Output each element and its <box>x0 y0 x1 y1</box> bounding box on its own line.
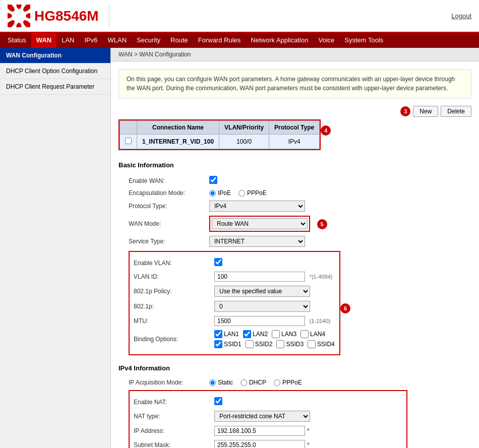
enable-nat-checkbox[interactable] <box>214 397 222 405</box>
nav-security[interactable]: Security <box>132 33 165 48</box>
svg-point-4 <box>16 23 22 27</box>
delete-button[interactable]: Delete <box>441 106 471 117</box>
lan-binding-opts: LAN1 LAN2 LAN3 LAN4 <box>214 330 335 338</box>
nav-lan[interactable]: LAN <box>56 33 79 48</box>
nav-wlan[interactable]: WLAN <box>103 33 132 48</box>
protocol-type-row: Protocol Type: IPv4 <box>129 199 471 214</box>
logout-button[interactable]: Logout <box>451 12 471 20</box>
lan1-option[interactable]: LAN1 <box>214 330 239 338</box>
ssid2-option[interactable]: SSID2 <box>246 340 273 348</box>
ssid4-checkbox[interactable] <box>308 340 316 348</box>
svg-point-3 <box>22 19 30 27</box>
wan-mode-label: WAN Mode: <box>129 220 209 227</box>
sidebar-item-dhcp-request[interactable]: DHCP Client Request Parameter <box>0 79 110 95</box>
col-protocol-type: Protocol Type <box>269 121 320 135</box>
ipv4-fields-box: 7 Enable NAT: NAT type: Port-restricted … <box>129 390 407 448</box>
policy-8021p-control: Use the specified value None <box>214 286 335 297</box>
nat-type-control: Port-restricted cone NAT Full cone NAT A… <box>214 411 402 422</box>
sidebar-item-wan-config[interactable]: WAN Configuration <box>0 48 110 63</box>
lan1-checkbox[interactable] <box>214 330 222 338</box>
encap-ipoe-radio[interactable] <box>209 190 216 197</box>
vlan-id-input[interactable] <box>214 272 305 282</box>
nav-wan[interactable]: WAN <box>31 33 56 48</box>
policy-8021p-select[interactable]: Use the specified value None <box>214 286 310 297</box>
sidebar-item-dhcp-option[interactable]: DHCP Client Option Configuration <box>0 63 110 79</box>
ip-address-input[interactable] <box>214 426 305 436</box>
nav-system-tools[interactable]: System Tools <box>339 33 388 48</box>
enable-wan-row: Enable WAN: <box>129 174 471 187</box>
enable-vlan-checkbox[interactable] <box>214 258 222 266</box>
ssid4-option[interactable]: SSID4 <box>308 340 335 348</box>
lan2-option[interactable]: LAN2 <box>243 330 268 338</box>
svg-point-5 <box>8 19 16 27</box>
connection-name-cell: 1_INTERNET_R_VID_100 <box>137 135 219 149</box>
encap-pppoe-option[interactable]: PPPoE <box>238 189 267 197</box>
encap-ipoe-option[interactable]: IPoE <box>209 189 231 197</box>
lan4-checkbox[interactable] <box>301 330 309 338</box>
static-radio[interactable] <box>209 379 216 386</box>
new-button[interactable]: New <box>413 106 438 117</box>
main-layout: WAN Configuration DHCP Client Option Con… <box>0 48 479 448</box>
dhcp-radio[interactable] <box>241 379 247 386</box>
nav-status[interactable]: Status <box>3 33 31 48</box>
binding-label: Binding Options: <box>134 336 214 343</box>
col-connection-name: Connection Name <box>137 121 219 135</box>
vlan-priority-cell: 100/0 <box>219 135 269 149</box>
ssid1-checkbox[interactable] <box>214 340 222 348</box>
encap-pppoe-radio[interactable] <box>238 190 245 197</box>
wan-table: Connection Name VLAN/Priority Protocol T… <box>119 120 320 149</box>
nav-forward-rules[interactable]: Forward Rules <box>193 33 246 48</box>
ip-acq-control: Static DHCP PPPoE <box>209 379 471 386</box>
lan2-checkbox[interactable] <box>243 330 251 338</box>
lan3-option[interactable]: LAN3 <box>272 330 296 338</box>
static-option[interactable]: Static <box>209 379 233 386</box>
field-8021p-row: 802.1p: 0 123 4567 <box>134 299 335 314</box>
badge-3: 3 <box>400 106 410 116</box>
binding-row: Binding Options: LAN1 LAN2 LAN3 LAN4 SSI… <box>134 328 335 350</box>
wan-mode-row: WAN Mode: Route WAN Bridge WAN 5 <box>129 214 471 234</box>
policy-8021p-label: 802.1p Policy: <box>134 288 214 295</box>
mtu-input[interactable] <box>214 316 305 326</box>
nat-type-select[interactable]: Port-restricted cone NAT Full cone NAT A… <box>214 411 310 422</box>
wan-mode-select[interactable]: Route WAN Bridge WAN <box>212 218 308 229</box>
pppoe-radio[interactable] <box>274 379 280 386</box>
nav-ipv6[interactable]: IPv6 <box>80 33 103 48</box>
svg-point-7 <box>8 5 16 13</box>
ssid3-checkbox[interactable] <box>276 340 284 348</box>
svg-point-1 <box>22 5 30 13</box>
protocol-type-select[interactable]: IPv4 <box>209 201 305 212</box>
subnet-mask-row: Subnet Mask: * <box>134 438 402 448</box>
field-8021p-select[interactable]: 0 123 4567 <box>214 301 310 312</box>
content-area: WAN > WAN Configuration On this page, yo… <box>111 48 479 448</box>
enable-wan-checkbox[interactable] <box>209 176 217 184</box>
ssid1-option[interactable]: SSID1 <box>214 340 242 348</box>
main-nav: Status WAN LAN IPv6 WLAN Security Route … <box>0 33 479 48</box>
app-title: HG8546M <box>34 8 99 24</box>
row-checkbox[interactable] <box>125 138 132 144</box>
row-checkbox-cell[interactable] <box>120 135 137 149</box>
ssid2-checkbox[interactable] <box>246 340 254 348</box>
ssid3-option[interactable]: SSID3 <box>276 340 304 348</box>
svg-point-2 <box>26 13 30 19</box>
col-checkbox-header <box>120 121 137 135</box>
svg-point-6 <box>8 13 12 19</box>
basic-info-header: Basic Information <box>118 158 471 172</box>
dhcp-option[interactable]: DHCP <box>241 379 266 386</box>
pppoe-option[interactable]: PPPoE <box>274 379 302 386</box>
lan4-option[interactable]: LAN4 <box>301 330 325 338</box>
nav-network-application[interactable]: Network Application <box>246 33 313 48</box>
protocol-type-control: IPv4 <box>209 201 471 212</box>
field-8021p-label: 802.1p: <box>134 303 214 310</box>
enable-nat-label: Enable NAT: <box>134 399 214 406</box>
info-box: On this page, you can configure WAN port… <box>118 69 471 98</box>
policy-8021p-row: 802.1p Policy: Use the specified value N… <box>134 284 335 299</box>
subnet-mask-input[interactable] <box>214 440 305 448</box>
nav-route[interactable]: Route <box>165 33 193 48</box>
svg-point-0 <box>16 5 22 9</box>
lan3-checkbox[interactable] <box>272 330 280 338</box>
nav-voice[interactable]: Voice <box>313 33 339 48</box>
ssid-binding-opts: SSID1 SSID2 SSID3 SSID4 <box>214 340 335 348</box>
badge-5: 5 <box>317 219 327 229</box>
ip-address-row: IP Address: * <box>134 424 402 438</box>
service-type-select[interactable]: INTERNET <box>209 236 305 247</box>
